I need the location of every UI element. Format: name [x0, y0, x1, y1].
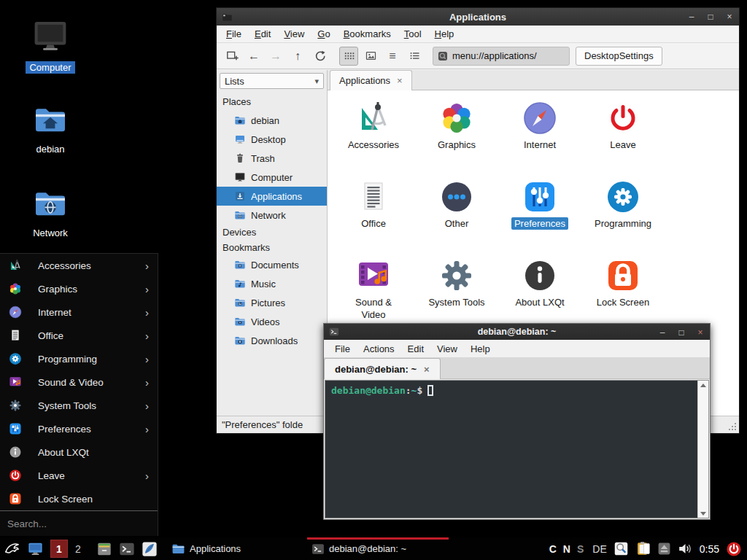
menu-item-system-tools[interactable]: System Tools › [0, 394, 158, 417]
terminal-screen[interactable]: debian@debian:~$ [325, 381, 697, 518]
app-item-programming[interactable]: Programming [581, 179, 665, 258]
music-folder-icon [234, 278, 246, 289]
menu-tool[interactable]: Tool [398, 27, 428, 41]
sidebar-item-debian[interactable]: debian [217, 111, 327, 130]
task-applications[interactable]: Applications [167, 537, 271, 560]
icon-view-button[interactable] [339, 47, 358, 66]
maximize-button[interactable]: □ [676, 327, 686, 338]
show-desktop-button[interactable] [27, 540, 44, 557]
sidebar-item-downloads[interactable]: Downloads [217, 331, 327, 350]
menu-item-about-lxqt[interactable]: About LXQt [0, 440, 158, 464]
minimize-button[interactable]: – [657, 327, 667, 338]
maximize-button[interactable]: □ [705, 12, 716, 22]
app-item-graphics[interactable]: Graphics [415, 101, 498, 179]
menu-actions[interactable]: Actions [357, 342, 401, 356]
menu-edit[interactable]: Edit [248, 27, 277, 41]
menu-item-leave[interactable]: Leave › [0, 464, 158, 487]
menu-bookmarks[interactable]: Bookmarks [337, 27, 398, 41]
resize-grip[interactable] [735, 429, 736, 430]
tab-close-icon[interactable]: × [424, 364, 430, 375]
start-menu: Accessories › Graphics › Internet › Offi… [0, 253, 158, 536]
sidebar-item-computer[interactable]: Computer [217, 168, 327, 187]
forward-button[interactable]: → [266, 47, 285, 66]
desktop-icon-debian[interactable]: debian [13, 102, 88, 155]
app-item-preferences[interactable]: Preferences [498, 179, 581, 258]
system-tools-icon [9, 399, 22, 412]
menu-item-sound-video[interactable]: Sound & Video › [0, 370, 158, 394]
detailed-view-button[interactable] [405, 47, 424, 66]
terminal-icon [311, 542, 325, 556]
menu-item-programming[interactable]: Programming › [0, 347, 158, 370]
menu-file[interactable]: File [328, 342, 357, 356]
sidebar-mode-select[interactable]: Lists ▾ [220, 73, 324, 89]
thumbnail-view-button[interactable] [361, 47, 380, 66]
terminal-body[interactable]: debian@debian:~$ [325, 380, 709, 518]
menu-help[interactable]: Help [428, 27, 461, 41]
sidebar-item-trash[interactable]: Trash [217, 149, 327, 168]
quicklaunch-terminal-button[interactable] [119, 541, 135, 557]
trash-icon [234, 152, 246, 164]
fm-titlebar[interactable]: Applications – □ × [217, 8, 739, 26]
close-button[interactable]: × [724, 12, 735, 22]
up-button[interactable]: ↑ [288, 47, 307, 66]
address-bar[interactable]: menu://applications/ [433, 47, 570, 66]
scroll-up-icon[interactable] [698, 381, 708, 389]
menu-search-input[interactable]: Search... [0, 510, 158, 537]
volume-button[interactable] [678, 541, 693, 556]
sidebar-item-pictures[interactable]: Pictures [217, 293, 327, 312]
menu-file[interactable]: File [220, 27, 248, 41]
menu-help[interactable]: Help [464, 342, 497, 356]
quicklaunch-file-manager-button[interactable] [96, 541, 112, 557]
task-terminal[interactable]: debian@debian: ~ [307, 537, 449, 560]
workspace-2-button[interactable]: 2 [69, 540, 87, 558]
tab-applications[interactable]: Applications × [330, 70, 412, 90]
workspace-1-button[interactable]: 1 [50, 540, 68, 558]
terminal-tab[interactable]: debian@debian: ~ × [324, 358, 441, 379]
system-tray: C N S DE 0:55 [549, 541, 747, 557]
desktop-icon-network[interactable]: Network [13, 186, 88, 239]
terminal-titlebar[interactable]: debian@debian: ~ – □ × [324, 324, 710, 340]
menu-item-graphics[interactable]: Graphics › [0, 277, 158, 300]
menu-go[interactable]: Go [311, 27, 336, 41]
minimize-button[interactable]: – [686, 12, 697, 22]
app-item-leave[interactable]: Leave [581, 101, 665, 179]
app-item-office[interactable]: Office [332, 179, 415, 258]
clipboard-tray-button[interactable] [635, 541, 651, 556]
removable-media-button[interactable] [657, 542, 671, 556]
menu-item-preferences[interactable]: Preferences › [0, 417, 158, 440]
app-item-accessories[interactable]: Accessories [332, 101, 415, 179]
reload-button[interactable] [310, 47, 329, 66]
tab-close-icon[interactable]: × [397, 75, 403, 86]
desktop-settings-button[interactable]: DesktopSettings [576, 47, 662, 66]
terminal-scrollbar[interactable] [697, 381, 708, 518]
menu-view[interactable]: View [430, 342, 464, 356]
sidebar-item-videos[interactable]: Videos [217, 312, 327, 331]
sidebar-item-applications[interactable]: Applications [217, 187, 327, 206]
clock[interactable]: 0:55 [700, 543, 719, 555]
main-menu-button[interactable] [4, 540, 20, 557]
terminal-menubar: File Actions Edit View Help [324, 340, 710, 358]
compact-view-button[interactable]: ≡ [383, 47, 402, 66]
back-button[interactable]: ← [244, 47, 263, 66]
accessories-icon [9, 259, 22, 272]
close-button[interactable]: × [695, 327, 705, 338]
new-tab-button[interactable] [222, 47, 241, 66]
menu-item-internet[interactable]: Internet › [0, 300, 158, 324]
menu-view[interactable]: View [277, 27, 311, 41]
sidebar-item-desktop[interactable]: Desktop [217, 130, 327, 149]
desktop-icon-computer[interactable]: Computer [13, 16, 88, 74]
keyboard-layout[interactable]: DE [592, 543, 606, 555]
sidebar-item-music[interactable]: Music [217, 274, 327, 293]
scroll-down-icon[interactable] [698, 509, 708, 518]
quicklaunch-featherpad-button[interactable] [142, 541, 158, 557]
app-item-internet[interactable]: Internet [498, 101, 581, 179]
sidebar-item-network[interactable]: Network [217, 206, 327, 225]
menu-item-accessories[interactable]: Accessories › [0, 254, 158, 277]
menu-item-office[interactable]: Office › [0, 324, 158, 347]
leave-button[interactable] [726, 541, 742, 557]
app-item-other[interactable]: Other [415, 179, 498, 258]
screenshot-tray-button[interactable] [614, 541, 629, 556]
menu-edit[interactable]: Edit [401, 342, 430, 356]
sidebar-item-documents[interactable]: Documents [217, 255, 327, 274]
menu-item-lock-screen[interactable]: Lock Screen [0, 487, 158, 510]
